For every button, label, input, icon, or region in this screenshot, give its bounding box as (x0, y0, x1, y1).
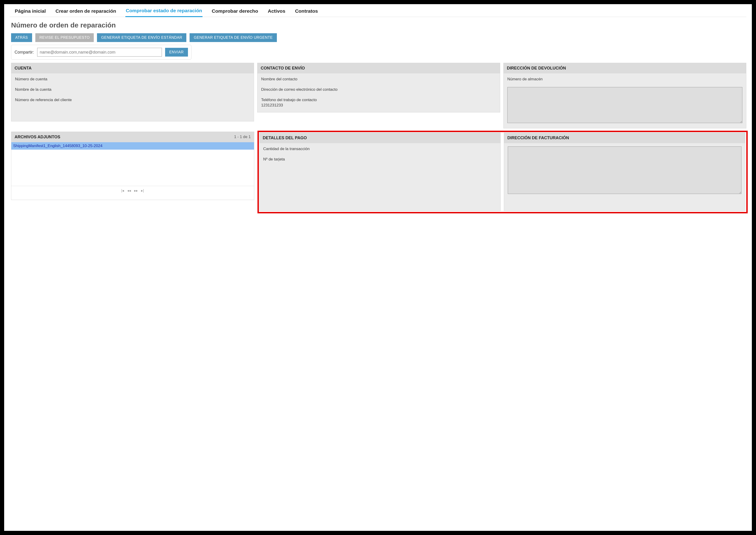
action-buttons: ATRÁS REVISE EL PRESUPUESTO GENERAR ETIQ… (10, 33, 746, 42)
pager-last-icon[interactable]: ▸| (141, 188, 144, 193)
attachments-panel: ARCHIVOS ADJUNTOS 1 - 1 de 1 ShippingMan… (11, 132, 254, 200)
return-address-textarea[interactable] (507, 87, 742, 123)
generate-urgent-label-button[interactable]: GENERAR ETIQUETA DE ENVÍO URGENTE (190, 33, 277, 42)
return-address-panel-head: DIRECCIÓN DE DEVOLUCIÓN (504, 63, 746, 73)
store-number-label: Número de almacén (507, 77, 742, 82)
share-input[interactable] (37, 48, 162, 57)
attachments-list: ShippingManifest1_English_14458093_10-25… (11, 142, 254, 186)
payment-details-panel-head: DETALLES DEL PAGO (260, 133, 501, 143)
payment-details-panel: DETALLES DEL PAGO Cantidad de la transac… (259, 132, 501, 211)
contact-name-label: Nombre del contacto (261, 77, 496, 82)
contact-phone-value: 1231231233 (261, 103, 283, 107)
billing-address-panel: DIRECCIÓN DE FACTURACIÓN (504, 132, 745, 211)
attachments-title: ARCHIVOS ADJUNTOS (14, 135, 60, 139)
review-quote-button[interactable]: REVISE EL PRESUPUESTO (35, 33, 94, 42)
tab-home[interactable]: Página inicial (14, 7, 46, 16)
ship-contact-panel-head: CONTACTO DE ENVÍO (258, 63, 500, 73)
tab-check-entitlement[interactable]: Comprobar derecho (211, 7, 259, 16)
contact-phone-label: Teléfono del trabajo de contacto (261, 98, 317, 102)
share-box: Compartir: ENVIAR (11, 45, 191, 60)
tab-create-order[interactable]: Crear orden de reparación (55, 7, 117, 16)
card-number-label: Nº de tarjeta (263, 157, 497, 162)
transaction-amount-label: Cantidad de la transacción (263, 146, 497, 152)
account-panel: CUENTA Número de cuenta Nombre de la cue… (11, 63, 254, 122)
share-label: Compartir: (14, 50, 34, 55)
pager-first-icon[interactable]: |◂ (121, 188, 124, 193)
attachments-count: 1 - 1 de 1 (234, 135, 251, 139)
attachment-item[interactable]: ShippingManifest1_English_14458093_10-25… (11, 142, 254, 150)
customer-ref-label: Número de referencia del cliente (15, 98, 250, 103)
page-title: Número de orden de reparación (11, 21, 746, 29)
tab-bar: Página inicial Crear orden de reparación… (10, 4, 746, 17)
contact-email-label: Dirección de correo electrónico del cont… (261, 87, 496, 92)
contact-phone-field: Teléfono del trabajo de contacto 1231231… (261, 98, 496, 108)
account-name-label: Nombre de la cuenta (15, 87, 250, 92)
top-panels-row: CUENTA Número de cuenta Nombre de la cue… (10, 63, 746, 132)
billing-address-textarea[interactable] (508, 146, 742, 194)
highlighted-region: DETALLES DEL PAGO Cantidad de la transac… (258, 131, 748, 213)
attachments-panel-head: ARCHIVOS ADJUNTOS 1 - 1 de 1 (11, 132, 254, 142)
tab-contracts[interactable]: Contratos (294, 7, 319, 16)
app-frame: Página inicial Crear orden de reparación… (4, 4, 752, 531)
ship-contact-panel: CONTACTO DE ENVÍO Nombre del contacto Di… (257, 63, 500, 112)
account-number-label: Número de cuenta (15, 77, 250, 82)
account-panel-head: CUENTA (11, 63, 254, 73)
billing-address-panel-head: DIRECCIÓN DE FACTURACIÓN (504, 133, 745, 143)
return-address-panel: DIRECCIÓN DE DEVOLUCIÓN Número de almacé… (503, 63, 746, 128)
generate-standard-label-button[interactable]: GENERAR ETIQUETA DE ENVÍO ESTÁNDAR (97, 33, 186, 42)
tab-assets[interactable]: Activos (267, 7, 286, 16)
send-button[interactable]: ENVIAR (165, 48, 188, 57)
pager-next-icon[interactable]: ▸▸ (134, 188, 138, 193)
back-button[interactable]: ATRÁS (11, 33, 32, 42)
attachments-pager: |◂ ◂◂ ▸▸ ▸| (11, 186, 254, 196)
pager-prev-icon[interactable]: ◂◂ (127, 188, 131, 193)
tab-check-status[interactable]: Comprobar estado de reparación (126, 7, 203, 17)
bottom-panels-row: ARCHIVOS ADJUNTOS 1 - 1 de 1 ShippingMan… (10, 132, 746, 213)
